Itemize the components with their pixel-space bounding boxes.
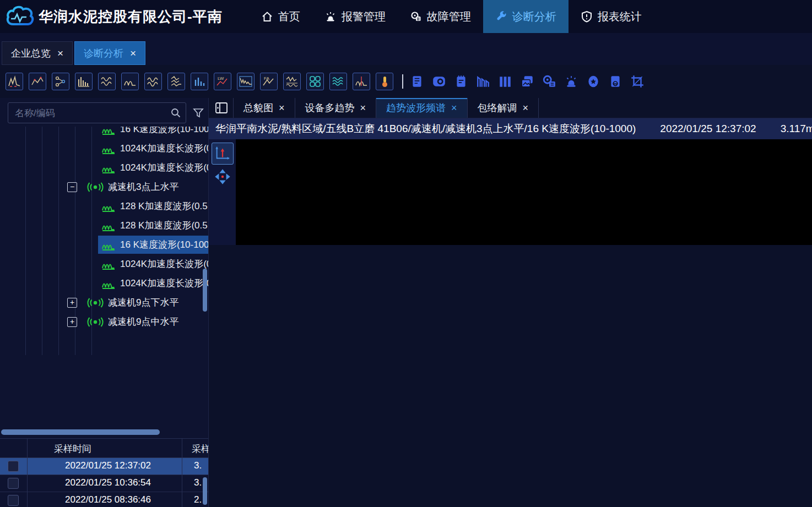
search-icon[interactable] [170,107,181,118]
tree-item-label: 1024K加速度长波形(0. [120,161,208,174]
close-tab-icon[interactable]: × [130,47,136,59]
collapse-icon[interactable]: − [67,182,77,192]
tree-item[interactable]: 128 K加速度波形(0.5 [0,216,208,235]
sine-wave-icon[interactable] [98,73,116,90]
tag-icon[interactable] [607,73,624,90]
table-header: 采样时间采样值 [0,439,208,458]
tree-item[interactable]: 128 K加速度波形(0.5 [0,197,208,216]
close-tab-icon[interactable]: × [57,47,63,59]
chart-tabbar: 总貌图×设备多趋势×趋势波形频谱×包络解调× [209,98,812,118]
tree-item-label: 减速机9点下水平 [108,296,178,309]
share-nodes-icon[interactable] [52,73,69,90]
row-checkbox[interactable] [8,478,19,489]
trend-points-icon[interactable] [29,73,46,90]
pan-icon[interactable] [212,166,234,188]
tree-item[interactable]: 16 K速度波形(10-1000) [0,235,208,254]
fa-spectrum-icon[interactable]: FA [260,73,278,90]
tree-item-label: 16 K速度波形(10-1000) [120,127,208,135]
cloud-pulse-logo [6,4,34,29]
close-tab-icon[interactable]: × [360,102,366,114]
waveform-icon [101,239,116,251]
chart-header: 华润平南水泥/熟料区域/五线B立磨 41B06/减速机/减速机3点上水平/16 … [209,118,812,139]
four-circles-icon[interactable] [306,73,324,90]
filter-icon[interactable] [193,107,204,118]
ripples-icon[interactable] [329,73,347,90]
tree-item[interactable]: −减速机3点上水平 [0,177,208,197]
columns-icon[interactable] [497,73,513,90]
sample-time: 2022/01/25 10:36:54 [65,477,151,488]
table-row[interactable]: 2022/01/25 08:36:462. [0,492,208,507]
waveform-icon [101,162,116,174]
database-icon[interactable] [409,73,425,90]
close-tab-icon[interactable]: × [451,102,457,114]
sensor-icon [87,182,104,193]
tree-item[interactable]: 1024K加速度长波形(0. [0,158,208,177]
crop-icon[interactable] [629,73,646,90]
tree-item[interactable]: 1024K加速度长波形(0. [0,139,208,158]
close-tab-icon[interactable]: × [279,102,285,114]
collapse-panel-icon[interactable] [214,101,229,115]
nav-item-报警管理[interactable]: 报警管理 [312,0,398,33]
cascade-icon[interactable] [167,73,185,90]
workspace-tab-企业总览[interactable]: 企业总览× [2,41,73,65]
histogram-icon[interactable] [75,73,93,90]
chart-meta-value: 3.117mm/s [781,123,812,135]
nav-item-诊断分析[interactable]: 诊断分析 [483,0,569,33]
tree-item-label: 1024K加速度长波形(0. [120,277,208,290]
nav-item-label: 报表统计 [598,9,642,24]
lwa-trend-icon[interactable]: LW [214,73,231,90]
chart-tab-设备多趋势[interactable]: 设备多趋势× [295,98,377,118]
chart-tab-总貌图[interactable]: 总貌图× [233,98,295,118]
analysis-toolbar: LWFA [0,65,812,99]
table-row[interactable]: 2022/01/25 12:37:023. [0,458,208,475]
gear-doc-icon[interactable] [541,73,557,90]
chart-block-line: 华润平南水泥/熟料区域/五线B立磨 41B06/减速机/减速机3点上水平/16 … [209,118,812,245]
chart-tab-趋势波形频谱[interactable]: 趋势波形频谱× [376,98,468,118]
tree-item[interactable]: +减速机9点中水平 [0,312,208,331]
fault-gear-icon [410,10,422,23]
tree-vertical-scrollbar[interactable] [203,269,207,312]
tree-item[interactable]: 16 K速度波形(10-1000) [0,127,208,139]
row-checkbox[interactable] [8,495,19,506]
chart-tab-包络解调[interactable]: 包络解调× [468,98,539,118]
expand-icon[interactable]: + [67,317,77,327]
close-tab-icon[interactable]: × [523,102,529,114]
y-scale-icon[interactable] [212,143,234,165]
cursor-wave-icon[interactable] [353,73,370,90]
search-row [0,102,208,124]
wave-floor-icon[interactable] [283,73,301,90]
column-divider [182,439,182,507]
siren-icon [324,10,337,23]
table-row[interactable]: 2022/01/25 10:36:543. [0,475,208,492]
alarm-lamp-icon[interactable] [563,73,580,90]
workspace-tab-诊断分析[interactable]: 诊断分析× [74,41,145,65]
nav-item-首页[interactable]: 首页 [249,0,312,33]
expand-icon[interactable]: + [67,298,77,308]
medal-icon[interactable] [585,73,602,90]
twin-peaks-icon[interactable] [121,73,139,90]
waterfall-icon[interactable] [237,73,255,90]
tree-item[interactable]: +减速机9点下水平 [0,293,208,312]
table-vertical-scrollbar[interactable] [203,477,207,505]
notepad-icon[interactable] [453,73,469,90]
fence-chart-icon[interactable] [475,73,491,90]
nav-item-故障管理[interactable]: 故障管理 [398,0,483,33]
tree-item[interactable]: 1024K加速度长波形(0. [0,254,208,274]
nav-item-报表统计[interactable]: 报表统计 [569,0,654,33]
plot-line[interactable] [236,139,812,245]
thermometer-icon[interactable] [376,73,393,90]
row-checkbox[interactable] [8,461,19,472]
tree-horizontal-scrollbar[interactable] [0,428,208,436]
workspace-tab-label: 企业总览 [11,47,51,60]
home-icon [261,10,273,23]
tree-item-label: 1024K加速度长波形(0. [120,258,208,270]
camera-icon[interactable] [431,73,447,90]
double-wave-icon[interactable] [144,73,162,90]
app-screen: 华润水泥控股有限公司-平南 首页报警管理故障管理诊断分析报表统计 企业总览×诊断… [0,0,812,507]
sample-table: 采样时间采样值2022/01/25 12:37:023.2022/01/25 1… [0,438,208,507]
bars-icon[interactable] [191,73,208,90]
image-stack-icon[interactable] [519,73,535,90]
spectrum-peaks-icon[interactable] [6,73,23,90]
tree-item[interactable]: 1024K加速度长波形(0. [0,274,208,293]
search-input[interactable] [14,103,165,123]
